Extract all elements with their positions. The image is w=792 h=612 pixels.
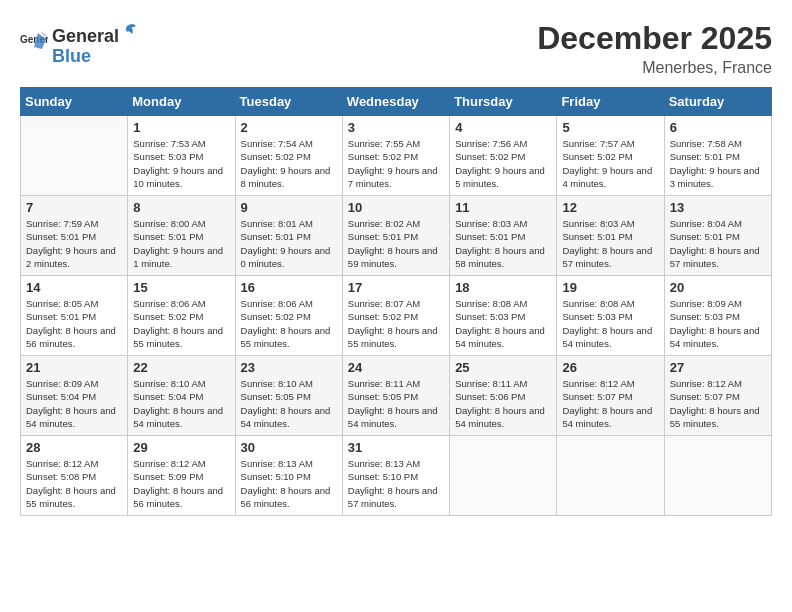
day-number: 17 bbox=[348, 280, 444, 295]
calendar-cell: 25Sunrise: 8:11 AMSunset: 5:06 PMDayligh… bbox=[450, 356, 557, 436]
header-thursday: Thursday bbox=[450, 88, 557, 116]
day-number: 1 bbox=[133, 120, 229, 135]
day-number: 15 bbox=[133, 280, 229, 295]
calendar-cell: 27Sunrise: 8:12 AMSunset: 5:07 PMDayligh… bbox=[664, 356, 771, 436]
calendar-cell: 1Sunrise: 7:53 AMSunset: 5:03 PMDaylight… bbox=[128, 116, 235, 196]
logo-general: General bbox=[52, 27, 119, 47]
day-number: 2 bbox=[241, 120, 337, 135]
day-number: 20 bbox=[670, 280, 766, 295]
day-number: 24 bbox=[348, 360, 444, 375]
day-info: Sunrise: 7:53 AMSunset: 5:03 PMDaylight:… bbox=[133, 137, 229, 190]
logo: General General Blue bbox=[20, 20, 137, 67]
day-info: Sunrise: 8:06 AMSunset: 5:02 PMDaylight:… bbox=[133, 297, 229, 350]
calendar-cell: 3Sunrise: 7:55 AMSunset: 5:02 PMDaylight… bbox=[342, 116, 449, 196]
day-info: Sunrise: 8:03 AMSunset: 5:01 PMDaylight:… bbox=[455, 217, 551, 270]
day-number: 12 bbox=[562, 200, 658, 215]
day-number: 16 bbox=[241, 280, 337, 295]
calendar-cell: 4Sunrise: 7:56 AMSunset: 5:02 PMDaylight… bbox=[450, 116, 557, 196]
day-number: 25 bbox=[455, 360, 551, 375]
calendar-cell: 8Sunrise: 8:00 AMSunset: 5:01 PMDaylight… bbox=[128, 196, 235, 276]
calendar-cell: 26Sunrise: 8:12 AMSunset: 5:07 PMDayligh… bbox=[557, 356, 664, 436]
day-info: Sunrise: 7:56 AMSunset: 5:02 PMDaylight:… bbox=[455, 137, 551, 190]
calendar-cell: 19Sunrise: 8:08 AMSunset: 5:03 PMDayligh… bbox=[557, 276, 664, 356]
day-info: Sunrise: 8:07 AMSunset: 5:02 PMDaylight:… bbox=[348, 297, 444, 350]
day-info: Sunrise: 7:55 AMSunset: 5:02 PMDaylight:… bbox=[348, 137, 444, 190]
week-row-1: 1Sunrise: 7:53 AMSunset: 5:03 PMDaylight… bbox=[21, 116, 772, 196]
day-info: Sunrise: 8:06 AMSunset: 5:02 PMDaylight:… bbox=[241, 297, 337, 350]
calendar-cell: 9Sunrise: 8:01 AMSunset: 5:01 PMDaylight… bbox=[235, 196, 342, 276]
day-number: 4 bbox=[455, 120, 551, 135]
calendar-cell: 14Sunrise: 8:05 AMSunset: 5:01 PMDayligh… bbox=[21, 276, 128, 356]
calendar-cell: 13Sunrise: 8:04 AMSunset: 5:01 PMDayligh… bbox=[664, 196, 771, 276]
calendar-cell: 10Sunrise: 8:02 AMSunset: 5:01 PMDayligh… bbox=[342, 196, 449, 276]
calendar-cell: 21Sunrise: 8:09 AMSunset: 5:04 PMDayligh… bbox=[21, 356, 128, 436]
day-number: 3 bbox=[348, 120, 444, 135]
day-info: Sunrise: 7:58 AMSunset: 5:01 PMDaylight:… bbox=[670, 137, 766, 190]
day-number: 14 bbox=[26, 280, 122, 295]
day-info: Sunrise: 8:04 AMSunset: 5:01 PMDaylight:… bbox=[670, 217, 766, 270]
day-info: Sunrise: 8:09 AMSunset: 5:04 PMDaylight:… bbox=[26, 377, 122, 430]
logo-text: General Blue bbox=[52, 20, 137, 67]
day-info: Sunrise: 8:09 AMSunset: 5:03 PMDaylight:… bbox=[670, 297, 766, 350]
calendar-cell: 28Sunrise: 8:12 AMSunset: 5:08 PMDayligh… bbox=[21, 436, 128, 516]
calendar-cell: 29Sunrise: 8:12 AMSunset: 5:09 PMDayligh… bbox=[128, 436, 235, 516]
logo-bird-icon bbox=[119, 20, 137, 42]
week-row-5: 28Sunrise: 8:12 AMSunset: 5:08 PMDayligh… bbox=[21, 436, 772, 516]
day-info: Sunrise: 8:02 AMSunset: 5:01 PMDaylight:… bbox=[348, 217, 444, 270]
calendar-cell: 22Sunrise: 8:10 AMSunset: 5:04 PMDayligh… bbox=[128, 356, 235, 436]
day-number: 31 bbox=[348, 440, 444, 455]
day-info: Sunrise: 8:13 AMSunset: 5:10 PMDaylight:… bbox=[348, 457, 444, 510]
day-number: 21 bbox=[26, 360, 122, 375]
day-info: Sunrise: 8:00 AMSunset: 5:01 PMDaylight:… bbox=[133, 217, 229, 270]
day-number: 22 bbox=[133, 360, 229, 375]
calendar-cell: 31Sunrise: 8:13 AMSunset: 5:10 PMDayligh… bbox=[342, 436, 449, 516]
day-info: Sunrise: 8:12 AMSunset: 5:07 PMDaylight:… bbox=[670, 377, 766, 430]
week-row-4: 21Sunrise: 8:09 AMSunset: 5:04 PMDayligh… bbox=[21, 356, 772, 436]
calendar-cell bbox=[557, 436, 664, 516]
calendar-cell: 15Sunrise: 8:06 AMSunset: 5:02 PMDayligh… bbox=[128, 276, 235, 356]
header-sunday: Sunday bbox=[21, 88, 128, 116]
day-info: Sunrise: 8:13 AMSunset: 5:10 PMDaylight:… bbox=[241, 457, 337, 510]
day-info: Sunrise: 7:59 AMSunset: 5:01 PMDaylight:… bbox=[26, 217, 122, 270]
day-number: 6 bbox=[670, 120, 766, 135]
day-number: 11 bbox=[455, 200, 551, 215]
day-info: Sunrise: 8:01 AMSunset: 5:01 PMDaylight:… bbox=[241, 217, 337, 270]
day-info: Sunrise: 8:11 AMSunset: 5:05 PMDaylight:… bbox=[348, 377, 444, 430]
calendar-cell: 12Sunrise: 8:03 AMSunset: 5:01 PMDayligh… bbox=[557, 196, 664, 276]
day-info: Sunrise: 8:12 AMSunset: 5:08 PMDaylight:… bbox=[26, 457, 122, 510]
main-title: December 2025 bbox=[537, 20, 772, 57]
day-number: 23 bbox=[241, 360, 337, 375]
day-number: 28 bbox=[26, 440, 122, 455]
calendar-cell: 20Sunrise: 8:09 AMSunset: 5:03 PMDayligh… bbox=[664, 276, 771, 356]
calendar-cell: 16Sunrise: 8:06 AMSunset: 5:02 PMDayligh… bbox=[235, 276, 342, 356]
day-info: Sunrise: 8:11 AMSunset: 5:06 PMDaylight:… bbox=[455, 377, 551, 430]
day-info: Sunrise: 8:12 AMSunset: 5:07 PMDaylight:… bbox=[562, 377, 658, 430]
calendar-cell: 18Sunrise: 8:08 AMSunset: 5:03 PMDayligh… bbox=[450, 276, 557, 356]
calendar-cell: 7Sunrise: 7:59 AMSunset: 5:01 PMDaylight… bbox=[21, 196, 128, 276]
calendar-header: Sunday Monday Tuesday Wednesday Thursday… bbox=[21, 88, 772, 116]
calendar-cell bbox=[21, 116, 128, 196]
header-tuesday: Tuesday bbox=[235, 88, 342, 116]
day-number: 8 bbox=[133, 200, 229, 215]
day-number: 5 bbox=[562, 120, 658, 135]
calendar-cell: 2Sunrise: 7:54 AMSunset: 5:02 PMDaylight… bbox=[235, 116, 342, 196]
calendar-cell: 11Sunrise: 8:03 AMSunset: 5:01 PMDayligh… bbox=[450, 196, 557, 276]
calendar-cell bbox=[450, 436, 557, 516]
day-info: Sunrise: 8:05 AMSunset: 5:01 PMDaylight:… bbox=[26, 297, 122, 350]
day-info: Sunrise: 8:10 AMSunset: 5:05 PMDaylight:… bbox=[241, 377, 337, 430]
calendar-cell: 24Sunrise: 8:11 AMSunset: 5:05 PMDayligh… bbox=[342, 356, 449, 436]
day-info: Sunrise: 8:08 AMSunset: 5:03 PMDaylight:… bbox=[455, 297, 551, 350]
day-info: Sunrise: 7:57 AMSunset: 5:02 PMDaylight:… bbox=[562, 137, 658, 190]
header-row: Sunday Monday Tuesday Wednesday Thursday… bbox=[21, 88, 772, 116]
week-row-2: 7Sunrise: 7:59 AMSunset: 5:01 PMDaylight… bbox=[21, 196, 772, 276]
day-number: 10 bbox=[348, 200, 444, 215]
day-number: 27 bbox=[670, 360, 766, 375]
day-info: Sunrise: 8:10 AMSunset: 5:04 PMDaylight:… bbox=[133, 377, 229, 430]
day-number: 19 bbox=[562, 280, 658, 295]
day-number: 26 bbox=[562, 360, 658, 375]
calendar-cell: 17Sunrise: 8:07 AMSunset: 5:02 PMDayligh… bbox=[342, 276, 449, 356]
week-row-3: 14Sunrise: 8:05 AMSunset: 5:01 PMDayligh… bbox=[21, 276, 772, 356]
logo-icon: General bbox=[20, 29, 48, 57]
day-info: Sunrise: 8:08 AMSunset: 5:03 PMDaylight:… bbox=[562, 297, 658, 350]
calendar-cell: 6Sunrise: 7:58 AMSunset: 5:01 PMDaylight… bbox=[664, 116, 771, 196]
